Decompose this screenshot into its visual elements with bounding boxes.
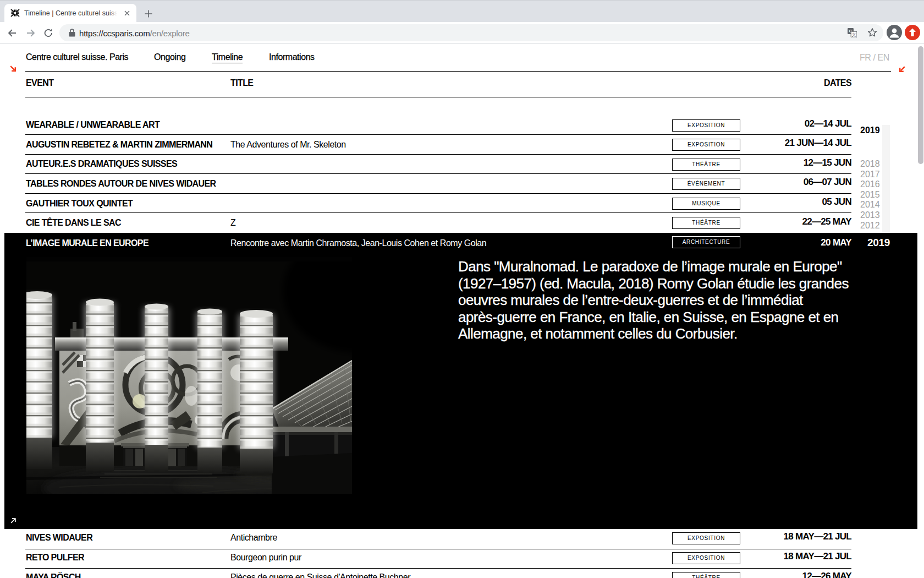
- svg-text:文: 文: [852, 32, 856, 37]
